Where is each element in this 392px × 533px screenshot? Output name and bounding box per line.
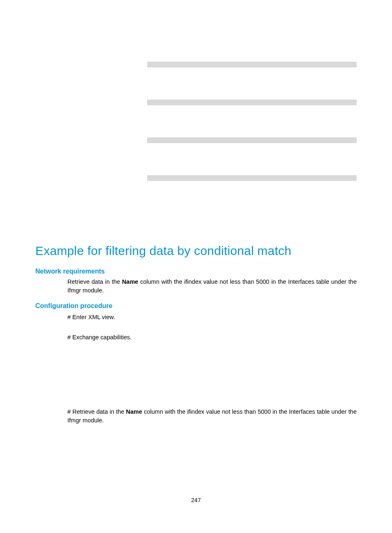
document-page: Example for filtering data by conditiona… bbox=[0, 0, 392, 533]
page-number: 247 bbox=[0, 497, 392, 503]
decorative-bars bbox=[147, 62, 357, 181]
step-exchange-capabilities: # Exchange capabilities. bbox=[67, 333, 357, 342]
bold-name: Name bbox=[126, 408, 143, 415]
gray-bar bbox=[147, 137, 357, 143]
gray-bar bbox=[147, 62, 357, 67]
gray-bar bbox=[147, 175, 357, 181]
subsection-heading-network-requirements: Network requirements bbox=[35, 268, 357, 275]
section-heading: Example for filtering data by conditiona… bbox=[35, 243, 357, 259]
text-fragment: # Retrieve data in the bbox=[67, 408, 126, 415]
network-requirements-text: Retrieve data in the Name column with th… bbox=[67, 278, 357, 295]
step-retrieve-data: # Retrieve data in the Name column with … bbox=[67, 408, 357, 425]
subsection-heading-configuration-procedure: Configuration procedure bbox=[35, 302, 357, 310]
gray-bar bbox=[147, 100, 357, 105]
step-enter-xml-view: # Enter XML view. bbox=[67, 313, 357, 322]
text-fragment: Retrieve data in the bbox=[67, 278, 122, 285]
bold-name: Name bbox=[122, 278, 138, 285]
